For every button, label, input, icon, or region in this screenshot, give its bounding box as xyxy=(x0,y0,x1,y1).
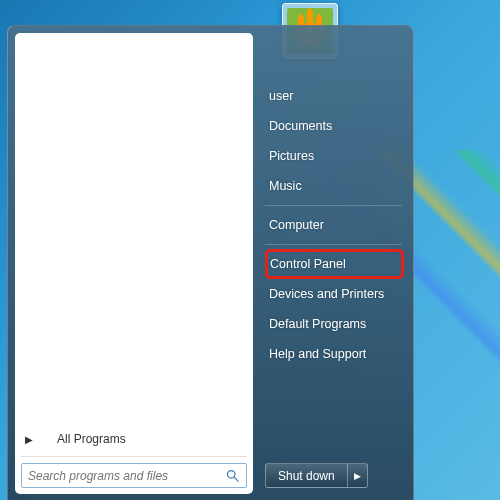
svg-line-1 xyxy=(234,477,238,481)
menu-item-label: Control Panel xyxy=(270,257,346,271)
menu-item-music[interactable]: Music xyxy=(265,171,406,201)
tutorial-highlight: Control Panel xyxy=(265,249,404,279)
start-menu-left-panel: ▶ All Programs xyxy=(15,33,253,494)
shutdown-row: Shut down ▶ xyxy=(265,463,406,488)
menu-item-label: Devices and Printers xyxy=(269,287,384,301)
menu-item-label: Default Programs xyxy=(269,317,366,331)
search-input[interactable] xyxy=(28,469,225,483)
separator xyxy=(265,205,402,206)
all-programs-button[interactable]: ▶ All Programs xyxy=(15,424,253,454)
search-box[interactable] xyxy=(21,463,247,488)
system-links-list: user Documents Pictures Music Computer C… xyxy=(265,81,406,463)
menu-item-label: Computer xyxy=(269,218,324,232)
shutdown-label: Shut down xyxy=(278,469,335,483)
menu-item-default-programs[interactable]: Default Programs xyxy=(265,309,406,339)
svg-point-0 xyxy=(228,471,236,479)
divider xyxy=(21,456,247,457)
menu-item-label: Documents xyxy=(269,119,332,133)
menu-item-documents[interactable]: Documents xyxy=(265,111,406,141)
start-menu: ▶ All Programs user Documents Picture xyxy=(7,25,414,500)
menu-item-label: Help and Support xyxy=(269,347,366,361)
menu-item-user[interactable]: user xyxy=(265,81,406,111)
menu-item-label: Music xyxy=(269,179,302,193)
separator xyxy=(265,244,402,245)
search-icon xyxy=(225,468,240,483)
search-container xyxy=(15,463,253,494)
menu-item-computer[interactable]: Computer xyxy=(265,210,406,240)
menu-item-label: user xyxy=(269,89,293,103)
shutdown-button[interactable]: Shut down xyxy=(265,463,348,488)
all-programs-label: All Programs xyxy=(57,432,126,446)
triangle-right-icon: ▶ xyxy=(354,471,361,481)
menu-item-devices-printers[interactable]: Devices and Printers xyxy=(265,279,406,309)
menu-item-pictures[interactable]: Pictures xyxy=(265,141,406,171)
start-menu-right-panel: user Documents Pictures Music Computer C… xyxy=(253,33,406,494)
menu-item-label: Pictures xyxy=(269,149,314,163)
pinned-programs-area xyxy=(15,33,253,424)
menu-item-help-support[interactable]: Help and Support xyxy=(265,339,406,369)
shutdown-options-button[interactable]: ▶ xyxy=(348,463,368,488)
triangle-right-icon: ▶ xyxy=(25,434,33,445)
menu-item-control-panel[interactable]: Control Panel xyxy=(270,257,393,271)
